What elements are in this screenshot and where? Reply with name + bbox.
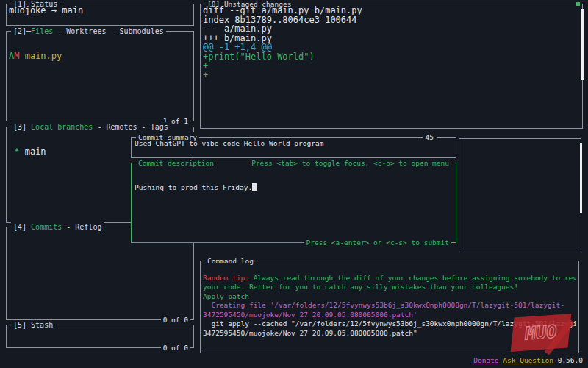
text-segment: - Reflog (62, 223, 101, 231)
text-segment: Always read through the diff of your cha… (254, 274, 576, 282)
submit-hint: Press <a-enter> or <c-s> to submit (304, 238, 451, 247)
status-bar: Donate Ask Question 0.56.0 (473, 355, 583, 365)
terminal-line: + (203, 71, 580, 80)
diff-view: diff --git a/main.py b/main.pyindex 8b13… (203, 6, 580, 127)
panel-status[interactable]: [1]─Status muojoke → main (6, 4, 194, 26)
text-segment: 3472595450/muojoke/Nov 27 20.09.05.08000… (203, 329, 417, 337)
panel-commits-title: [4]─Commits - Reflog (11, 222, 104, 232)
text-segment: Apply patch (203, 292, 249, 300)
commit-summary-input[interactable]: Used ChatGPT to vibe-code Hello World pr… (135, 139, 453, 155)
panel-stash[interactable]: [5]─Stash 0 of 0 (6, 325, 194, 348)
text-segment: Random tip: (203, 274, 254, 282)
version-label: 0.56.0 (558, 356, 583, 364)
terminal-line (203, 264, 576, 274)
panel-stash-title: [5]─Stash (11, 320, 55, 330)
diff-scrollbar[interactable] (581, 9, 584, 80)
commit-description-text: Pushing to prod this Friday. (135, 183, 453, 193)
ask-question-link[interactable]: Ask Question (503, 356, 553, 364)
commit-summary-dialog[interactable]: Commit summary 45 Used ChatGPT to vibe-c… (131, 137, 456, 158)
terminal-line: Random tip: Always read through the diff… (203, 274, 576, 283)
text-segment: Pushing to prod this Friday. (135, 183, 252, 191)
donate-link[interactable]: Donate (473, 356, 498, 364)
text-segment: +print("Hello World") (203, 52, 315, 62)
muo-watermark: MUO (511, 314, 572, 352)
commit-description-dialog[interactable]: Commit description Press <tab> to toggle… (131, 163, 456, 243)
text-segment: main.py (19, 51, 62, 61)
panel-files[interactable]: [2]─Files - Worktrees - Submodules AM ma… (6, 31, 194, 121)
svg-text:MUO: MUO (524, 322, 558, 344)
text-segment (252, 183, 257, 191)
panel-unstaged-changes[interactable]: [0]─Unstaged changes diff --git a/main.p… (200, 4, 583, 129)
muo-watermark-logo: MUO (514, 318, 567, 347)
commits-counter: 0 of 0 (161, 315, 190, 325)
terminal-line: +print("Hello World") (203, 52, 580, 62)
text-segment: your code. Better for you to catch any s… (203, 283, 518, 291)
text-segment: + (203, 70, 208, 80)
text-segment: * (14, 146, 24, 157)
stash-counter: 0 of 0 (161, 343, 190, 353)
terminal-line: Apply patch (203, 292, 576, 302)
lazygit-terminal: { "colors": { "bg": "#151921", "border":… (0, 0, 588, 368)
terminal-line: + (203, 61, 580, 71)
text-segment: main (25, 146, 46, 157)
text-segment: 3472595450/muojoke/Nov 27 20.09.05.08000… (203, 311, 417, 319)
panel-main-background[interactable] (459, 138, 581, 252)
terminal-line: your code. Better for you to catch any s… (203, 283, 576, 292)
commit-description-input[interactable]: Pushing to prod this Friday. (135, 165, 453, 241)
text-segment: Commits (31, 223, 62, 231)
status-content: muojoke → main (9, 6, 191, 24)
text-segment: Creating file '/var/folders/12/5fvynwys5… (203, 301, 564, 309)
file-row[interactable]: AM main.py (9, 52, 191, 61)
main-scrollbar[interactable] (580, 143, 582, 213)
terminal-line: Creating file '/var/folders/12/5fvynwys5… (203, 301, 576, 311)
text-segment: [4]─ (13, 223, 31, 231)
